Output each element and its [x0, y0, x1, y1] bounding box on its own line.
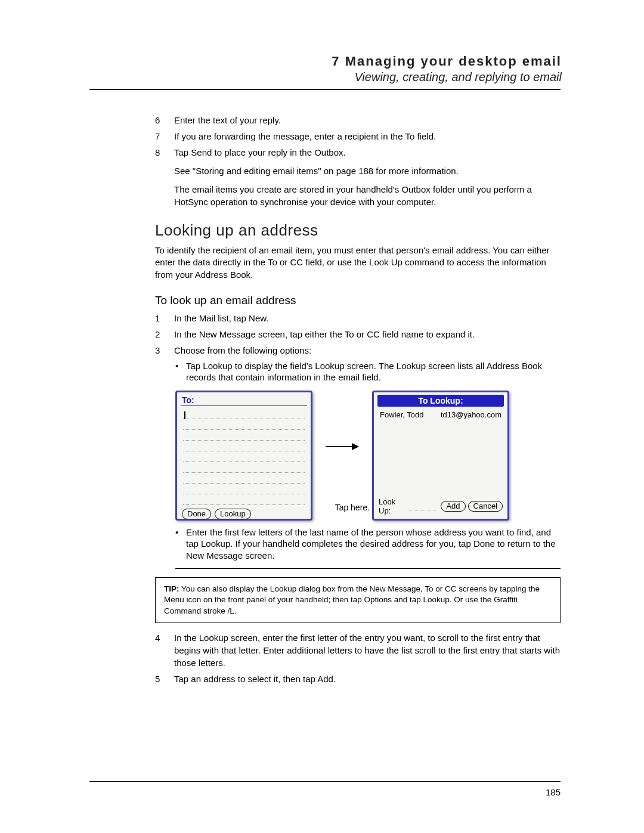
heading-lookup: Looking up an address	[155, 221, 561, 240]
lookup-intro-para: To identify the recipient of an email it…	[155, 244, 561, 281]
footer-rule	[89, 781, 561, 782]
cancel-button[interactable]: Cancel	[468, 501, 503, 512]
heading-to-look-up: To look up an email address	[155, 294, 561, 307]
arrow-icon	[324, 441, 360, 453]
page-number: 185	[546, 787, 561, 797]
chapter-title: 7 Managing your desktop email	[89, 54, 562, 69]
tap-here-label: Tap here.	[335, 503, 370, 512]
step-4: 4 In the Lookup screen, enter the first …	[155, 631, 561, 669]
lookup-button[interactable]: Lookup	[215, 509, 251, 519]
step-2: 2 In the New Message screen, tap either …	[155, 328, 561, 340]
tip-text: You can also display the Lookup dialog b…	[164, 584, 540, 615]
done-button[interactable]: Done	[182, 509, 211, 519]
page-header: 7 Managing your desktop email Viewing, c…	[89, 54, 562, 84]
lookup-entry-email: td13@yahoo.com	[441, 410, 501, 419]
lookup-title: To Lookup:	[377, 395, 504, 407]
lookup-bottom-row: Look Up: Add Cancel	[377, 496, 504, 515]
bullet-enter-letters: Enter the first few letters of the last …	[175, 527, 561, 562]
step-1: 1 In the Mail list, tap New.	[155, 312, 561, 324]
section-title: Viewing, creating, and replying to email	[89, 70, 562, 84]
step-8-note-b: The email items you create are stored in…	[155, 181, 561, 208]
divider	[175, 568, 561, 569]
input-line	[183, 408, 305, 419]
tip-box: TIP: You can also display the Lookup dia…	[155, 577, 561, 623]
lookup-entry-name: Fowler, Todd	[380, 410, 423, 419]
svg-marker-1	[352, 443, 359, 450]
step-3: 3 Choose from the following options:	[155, 344, 561, 357]
bullet-lookup: Tap Lookup to display the field's Lookup…	[175, 360, 561, 383]
header-rule	[89, 89, 561, 90]
to-title: To:	[181, 395, 307, 406]
arrow-column: Tap here.	[312, 391, 372, 521]
tip-label: TIP:	[164, 584, 179, 593]
lookup-list: Fowler, Todd td13@yahoo.com	[377, 409, 504, 496]
lookup-entry[interactable]: Fowler, Todd td13@yahoo.com	[380, 410, 501, 419]
figure-row: To: Done Lookup	[175, 391, 561, 521]
step-8-note-a: See "Storing and editing email items" on…	[155, 162, 561, 177]
screen-to-field: To: Done Lookup	[175, 391, 312, 521]
lookup-label: Look Up:	[379, 497, 404, 515]
lookup-input[interactable]	[407, 501, 436, 510]
body-content: 6 Enter the text of your reply. 7 If you…	[155, 114, 561, 685]
step-8: 8 Tap Send to place your reply in the Ou…	[155, 146, 561, 159]
to-button-row: Done Lookup	[181, 506, 307, 519]
screen-to-lookup: To Lookup: Fowler, Todd td13@yahoo.com L…	[372, 391, 509, 521]
step-7: 7 If you are forwarding the message, ent…	[155, 130, 561, 143]
step-5: 5 Tap an address to select it, then tap …	[155, 673, 561, 685]
page: 7 Managing your desktop email Viewing, c…	[0, 0, 644, 833]
step-6: 6 Enter the text of your reply.	[155, 114, 561, 126]
add-button[interactable]: Add	[441, 501, 465, 512]
to-input-area	[181, 407, 307, 506]
